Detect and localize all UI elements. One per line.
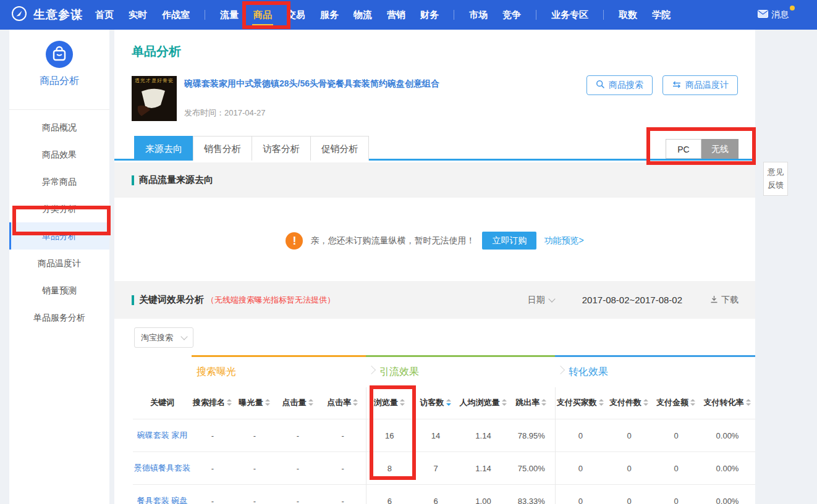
- col-header-conversion-rate[interactable]: 支付转化率: [700, 387, 755, 419]
- keyword-link[interactable]: 碗碟套装 家用: [133, 419, 192, 452]
- keyword-section-note: （无线端搜索曝光指标暂无法提供）: [206, 295, 335, 306]
- keyword-section-title: 关键词效果分析: [139, 294, 204, 306]
- goods-thermometer-button[interactable]: 商品温度计: [662, 75, 738, 95]
- nav-item-home[interactable]: 首页: [95, 0, 114, 30]
- col-header-paid-items[interactable]: 支付件数: [606, 387, 653, 419]
- nav-item-marketing[interactable]: 营销: [387, 0, 405, 30]
- col-header-exposure[interactable]: 曝光量: [234, 387, 276, 419]
- top-navbar: 生意参谋 首页 实时 作战室 流量 商品 交易 服务 物流 营销 财务 市场 竞…: [0, 0, 817, 30]
- sort-icon[interactable]: [599, 399, 604, 406]
- col-header-search-rank[interactable]: 搜索排名: [192, 387, 234, 419]
- nav-item-trade[interactable]: 交易: [287, 0, 305, 30]
- sort-icon[interactable]: [353, 399, 358, 406]
- col-header-paid-buyers[interactable]: 支付买家数: [555, 387, 606, 419]
- sidebar-item-goods-effect[interactable]: 商品效果: [9, 141, 109, 168]
- tab-sales-analysis[interactable]: 销售分析: [193, 136, 252, 161]
- chevron-down-icon: [548, 295, 555, 302]
- sort-icon[interactable]: [690, 399, 696, 406]
- sort-icon[interactable]: [308, 399, 314, 406]
- download-button[interactable]: 下载: [710, 295, 739, 306]
- download-icon: [710, 295, 718, 305]
- sidebar-item-single-item-analysis[interactable]: 单品分析: [9, 222, 109, 250]
- keyword-link[interactable]: 景德镇餐具套装: [133, 452, 192, 485]
- cell: -: [276, 419, 320, 452]
- keyword-section-controls: 日期 2017-08-02~2017-08-02 下载: [528, 281, 739, 319]
- cell-pageviews: 16: [366, 419, 413, 452]
- channel-filter-value: 淘宝搜索: [141, 332, 173, 343]
- chevron-down-icon: [180, 333, 187, 340]
- cell: -: [320, 452, 366, 485]
- sort-icon[interactable]: [746, 399, 751, 406]
- nav-item-logistics[interactable]: 物流: [353, 0, 372, 30]
- notification-dot-badge: [790, 6, 795, 10]
- nav-item-service[interactable]: 服务: [320, 0, 339, 30]
- sort-icon[interactable]: [502, 399, 507, 406]
- sidebar-item-abnormal-goods[interactable]: 异常商品: [9, 168, 109, 195]
- bowl-image-shape: [132, 84, 177, 116]
- sidebar-item-category-analysis[interactable]: 分类分析: [9, 195, 109, 222]
- nav-item-traffic[interactable]: 流量: [220, 0, 239, 30]
- sort-icon[interactable]: [265, 399, 271, 406]
- col-header-pageviews[interactable]: 浏览量: [366, 387, 413, 419]
- nav-item-finance[interactable]: 财务: [420, 0, 439, 30]
- nav-divider: [205, 10, 205, 20]
- col-header-bounce-rate[interactable]: 跳出率: [508, 387, 555, 419]
- tab-source-destination[interactable]: 来源去向: [134, 136, 193, 161]
- cell: 0: [555, 452, 606, 485]
- channel-filter-dropdown[interactable]: 淘宝搜索: [134, 327, 193, 348]
- section-accent-bar: [132, 295, 134, 305]
- cell: -: [234, 419, 276, 452]
- cell-pageviews: 8: [366, 452, 413, 485]
- col-header-visitors[interactable]: 访客数: [413, 387, 459, 419]
- nav-item-realtime[interactable]: 实时: [129, 0, 147, 30]
- feedback-button[interactable]: 意见反馈: [763, 162, 788, 196]
- table-row: 景德镇餐具套装 - - - - 8 7 1.14 75.00% 0 0 0 0.…: [133, 452, 755, 485]
- cell: 0: [555, 485, 606, 504]
- sort-icon[interactable]: [541, 399, 547, 406]
- col-header-clicks[interactable]: 点击量: [276, 387, 320, 419]
- sidebar-item-single-item-service[interactable]: 单品服务分析: [9, 304, 109, 331]
- sort-icon[interactable]: [400, 399, 405, 406]
- keyword-link[interactable]: 餐具套装 碗盘: [133, 485, 192, 504]
- sidebar-item-goods-thermometer[interactable]: 商品温度计: [9, 250, 109, 277]
- sort-icon-active-desc[interactable]: [446, 399, 452, 406]
- date-range-value[interactable]: 2017-08-02~2017-08-02: [582, 295, 682, 305]
- sidebar-title: 商品分析: [9, 75, 109, 88]
- analysis-tab-bar: 来源去向 销售分析 访客分析 促销分析: [114, 136, 755, 161]
- product-title-link[interactable]: 碗碟套装家用中式景德镇28头/56头骨瓷餐具套装简约碗盘创意组合: [184, 76, 439, 90]
- product-thumbnail: 透光才是好骨瓷: [132, 76, 177, 121]
- goods-search-button[interactable]: 商品搜索: [586, 75, 653, 95]
- nav-item-data-fetch[interactable]: 取数: [619, 0, 637, 30]
- sidebar-item-sales-forecast[interactable]: 销量预测: [9, 277, 109, 304]
- sort-icon[interactable]: [227, 399, 232, 406]
- order-now-button[interactable]: 立即订购: [482, 232, 536, 250]
- message-button[interactable]: 消息: [758, 9, 789, 20]
- toggle-wireless-button[interactable]: 无线: [701, 139, 739, 159]
- cell-pageviews: 6: [366, 485, 413, 504]
- sidebar-item-goods-overview[interactable]: 商品概况: [9, 114, 109, 141]
- device-toggle: PC 无线: [666, 139, 739, 159]
- cell: -: [234, 452, 276, 485]
- nav-item-competition[interactable]: 竞争: [502, 0, 521, 30]
- cell: -: [234, 485, 276, 504]
- notice-text: 亲，您还未订购流量纵横，暂时无法使用！: [310, 235, 475, 246]
- toggle-pc-button[interactable]: PC: [666, 139, 701, 159]
- nav-item-warroom[interactable]: 作战室: [162, 0, 190, 30]
- tab-visitor-analysis[interactable]: 访客分析: [252, 136, 310, 161]
- nav-item-academy[interactable]: 学院: [652, 0, 671, 30]
- tab-promotion-analysis[interactable]: 促销分析: [310, 136, 369, 161]
- nav-item-goods[interactable]: 商品: [253, 0, 272, 30]
- feature-preview-link[interactable]: 功能预览>: [544, 235, 583, 246]
- nav-item-market[interactable]: 市场: [469, 0, 488, 30]
- col-header-paid-amount[interactable]: 支付金额: [653, 387, 700, 419]
- keyword-effect-table: 搜索曝光 引流效果 转化效果 关键词 搜索排名 曝光量 点击量 点击率 浏览量 …: [133, 355, 755, 504]
- col-header-ctr[interactable]: 点击率: [320, 387, 366, 419]
- date-dropdown[interactable]: 日期: [528, 295, 554, 306]
- nav-item-business-zone[interactable]: 业务专区: [551, 0, 588, 30]
- product-info: 碗碟套装家用中式景德镇28头/56头骨瓷餐具套装简约碗盘创意组合 发布时间：20…: [184, 76, 439, 121]
- brand-logo[interactable]: 生意参谋: [11, 6, 83, 24]
- col-header-avg-pageviews[interactable]: 人均浏览量: [459, 387, 508, 419]
- sort-icon[interactable]: [643, 399, 649, 406]
- cell: 75.00%: [508, 452, 555, 485]
- cell: 1.14: [459, 419, 508, 452]
